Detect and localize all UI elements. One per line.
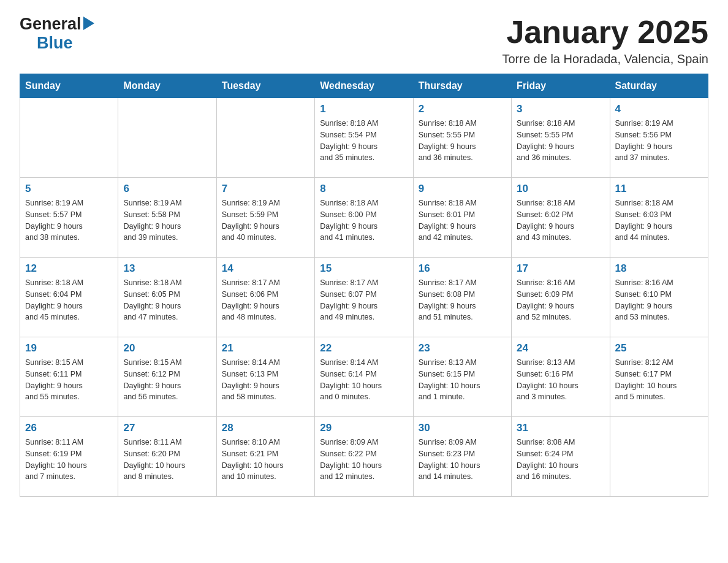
day-info: Sunrise: 8:17 AM Sunset: 6:08 PM Dayligh… xyxy=(419,277,506,323)
calendar-day-7: 7Sunrise: 8:19 AM Sunset: 5:59 PM Daylig… xyxy=(216,178,314,258)
day-number: 14 xyxy=(222,262,309,275)
logo: General Blue xyxy=(20,15,94,53)
day-number: 4 xyxy=(615,103,703,115)
day-number: 10 xyxy=(517,183,604,195)
day-info: Sunrise: 8:18 AM Sunset: 6:04 PM Dayligh… xyxy=(25,277,113,323)
day-number: 21 xyxy=(222,342,309,354)
calendar-week-4: 19Sunrise: 8:15 AM Sunset: 6:11 PM Dayli… xyxy=(20,337,708,417)
weekday-header-monday: Monday xyxy=(118,74,216,98)
weekday-header-thursday: Thursday xyxy=(413,74,511,98)
day-info: Sunrise: 8:18 AM Sunset: 6:00 PM Dayligh… xyxy=(320,197,408,243)
calendar-day-9: 9Sunrise: 8:18 AM Sunset: 6:01 PM Daylig… xyxy=(413,178,511,258)
day-info: Sunrise: 8:13 AM Sunset: 6:15 PM Dayligh… xyxy=(419,357,506,403)
calendar-day-2: 2Sunrise: 8:18 AM Sunset: 5:55 PM Daylig… xyxy=(413,98,511,178)
day-number: 6 xyxy=(123,183,211,195)
day-number: 5 xyxy=(25,183,113,195)
calendar-day-31: 31Sunrise: 8:08 AM Sunset: 6:24 PM Dayli… xyxy=(512,417,610,497)
calendar-day-5: 5Sunrise: 8:19 AM Sunset: 5:57 PM Daylig… xyxy=(20,178,118,258)
calendar-day-1: 1Sunrise: 8:18 AM Sunset: 5:54 PM Daylig… xyxy=(315,98,413,178)
day-number: 24 xyxy=(517,342,604,354)
day-info: Sunrise: 8:11 AM Sunset: 6:20 PM Dayligh… xyxy=(123,437,211,483)
logo-arrow-icon xyxy=(83,17,94,33)
day-number: 16 xyxy=(419,262,506,275)
day-info: Sunrise: 8:18 AM Sunset: 6:02 PM Dayligh… xyxy=(517,197,604,243)
day-number: 28 xyxy=(222,422,309,434)
calendar-day-15: 15Sunrise: 8:17 AM Sunset: 6:07 PM Dayli… xyxy=(315,258,413,337)
logo-general-text: General xyxy=(20,15,82,34)
calendar-day-16: 16Sunrise: 8:17 AM Sunset: 6:08 PM Dayli… xyxy=(413,258,511,337)
day-info: Sunrise: 8:14 AM Sunset: 6:14 PM Dayligh… xyxy=(320,357,408,403)
day-info: Sunrise: 8:18 AM Sunset: 5:55 PM Dayligh… xyxy=(517,118,604,164)
day-info: Sunrise: 8:18 AM Sunset: 6:05 PM Dayligh… xyxy=(123,277,211,323)
calendar-day-12: 12Sunrise: 8:18 AM Sunset: 6:04 PM Dayli… xyxy=(20,258,118,337)
day-info: Sunrise: 8:10 AM Sunset: 6:21 PM Dayligh… xyxy=(222,437,309,483)
day-number: 19 xyxy=(25,342,113,354)
calendar-day-17: 17Sunrise: 8:16 AM Sunset: 6:09 PM Dayli… xyxy=(512,258,610,337)
day-info: Sunrise: 8:16 AM Sunset: 6:09 PM Dayligh… xyxy=(517,277,604,323)
calendar-day-28: 28Sunrise: 8:10 AM Sunset: 6:21 PM Dayli… xyxy=(216,417,314,497)
weekday-header-wednesday: Wednesday xyxy=(315,74,413,98)
day-info: Sunrise: 8:19 AM Sunset: 5:59 PM Dayligh… xyxy=(222,197,309,243)
calendar-day-8: 8Sunrise: 8:18 AM Sunset: 6:00 PM Daylig… xyxy=(315,178,413,258)
calendar-day-4: 4Sunrise: 8:19 AM Sunset: 5:56 PM Daylig… xyxy=(610,98,708,178)
empty-cell xyxy=(610,417,708,497)
day-info: Sunrise: 8:15 AM Sunset: 6:12 PM Dayligh… xyxy=(123,357,211,403)
day-info: Sunrise: 8:13 AM Sunset: 6:16 PM Dayligh… xyxy=(517,357,604,403)
day-number: 17 xyxy=(517,262,604,275)
day-info: Sunrise: 8:16 AM Sunset: 6:10 PM Dayligh… xyxy=(615,277,703,323)
calendar-day-27: 27Sunrise: 8:11 AM Sunset: 6:20 PM Dayli… xyxy=(118,417,216,497)
calendar-day-11: 11Sunrise: 8:18 AM Sunset: 6:03 PM Dayli… xyxy=(610,178,708,258)
weekday-header-saturday: Saturday xyxy=(610,74,708,98)
day-number: 1 xyxy=(320,103,408,115)
day-info: Sunrise: 8:18 AM Sunset: 6:01 PM Dayligh… xyxy=(419,197,506,243)
day-number: 8 xyxy=(320,183,408,195)
day-number: 7 xyxy=(222,183,309,195)
day-number: 13 xyxy=(123,262,211,275)
calendar-day-10: 10Sunrise: 8:18 AM Sunset: 6:02 PM Dayli… xyxy=(512,178,610,258)
empty-cell xyxy=(20,98,118,178)
calendar-day-21: 21Sunrise: 8:14 AM Sunset: 6:13 PM Dayli… xyxy=(216,337,314,417)
calendar-day-3: 3Sunrise: 8:18 AM Sunset: 5:55 PM Daylig… xyxy=(512,98,610,178)
calendar-day-19: 19Sunrise: 8:15 AM Sunset: 6:11 PM Dayli… xyxy=(20,337,118,417)
calendar-week-5: 26Sunrise: 8:11 AM Sunset: 6:19 PM Dayli… xyxy=(20,417,708,497)
page-header: General Blue January 2025 Torre de la Ho… xyxy=(20,15,708,66)
calendar-day-22: 22Sunrise: 8:14 AM Sunset: 6:14 PM Dayli… xyxy=(315,337,413,417)
calendar-day-24: 24Sunrise: 8:13 AM Sunset: 6:16 PM Dayli… xyxy=(512,337,610,417)
empty-cell xyxy=(216,98,314,178)
day-number: 25 xyxy=(615,342,703,354)
month-title: January 2025 xyxy=(502,15,708,50)
calendar-day-18: 18Sunrise: 8:16 AM Sunset: 6:10 PM Dayli… xyxy=(610,258,708,337)
weekday-header-sunday: Sunday xyxy=(20,74,118,98)
day-info: Sunrise: 8:12 AM Sunset: 6:17 PM Dayligh… xyxy=(615,357,703,403)
day-info: Sunrise: 8:19 AM Sunset: 5:58 PM Dayligh… xyxy=(123,197,211,243)
title-section: January 2025 Torre de la Horadada, Valen… xyxy=(502,15,708,66)
day-number: 31 xyxy=(517,422,604,434)
day-info: Sunrise: 8:14 AM Sunset: 6:13 PM Dayligh… xyxy=(222,357,309,403)
day-number: 26 xyxy=(25,422,113,434)
day-number: 20 xyxy=(123,342,211,354)
empty-cell xyxy=(118,98,216,178)
location: Torre de la Horadada, Valencia, Spain xyxy=(502,52,708,66)
day-info: Sunrise: 8:17 AM Sunset: 6:07 PM Dayligh… xyxy=(320,277,408,323)
day-number: 11 xyxy=(615,183,703,195)
calendar-table: SundayMondayTuesdayWednesdayThursdayFrid… xyxy=(20,74,708,497)
day-number: 30 xyxy=(419,422,506,434)
day-number: 23 xyxy=(419,342,506,354)
day-number: 9 xyxy=(419,183,506,195)
calendar-day-26: 26Sunrise: 8:11 AM Sunset: 6:19 PM Dayli… xyxy=(20,417,118,497)
calendar-day-14: 14Sunrise: 8:17 AM Sunset: 6:06 PM Dayli… xyxy=(216,258,314,337)
calendar-week-2: 5Sunrise: 8:19 AM Sunset: 5:57 PM Daylig… xyxy=(20,178,708,258)
day-info: Sunrise: 8:19 AM Sunset: 5:57 PM Dayligh… xyxy=(25,197,113,243)
day-info: Sunrise: 8:19 AM Sunset: 5:56 PM Dayligh… xyxy=(615,118,703,164)
day-number: 15 xyxy=(320,262,408,275)
day-number: 18 xyxy=(615,262,703,275)
day-number: 22 xyxy=(320,342,408,354)
calendar-day-23: 23Sunrise: 8:13 AM Sunset: 6:15 PM Dayli… xyxy=(413,337,511,417)
day-number: 29 xyxy=(320,422,408,434)
calendar-week-1: 1Sunrise: 8:18 AM Sunset: 5:54 PM Daylig… xyxy=(20,98,708,178)
day-number: 27 xyxy=(123,422,211,434)
day-info: Sunrise: 8:11 AM Sunset: 6:19 PM Dayligh… xyxy=(25,437,113,483)
calendar-day-6: 6Sunrise: 8:19 AM Sunset: 5:58 PM Daylig… xyxy=(118,178,216,258)
svg-marker-0 xyxy=(83,17,94,30)
calendar-day-13: 13Sunrise: 8:18 AM Sunset: 6:05 PM Dayli… xyxy=(118,258,216,337)
